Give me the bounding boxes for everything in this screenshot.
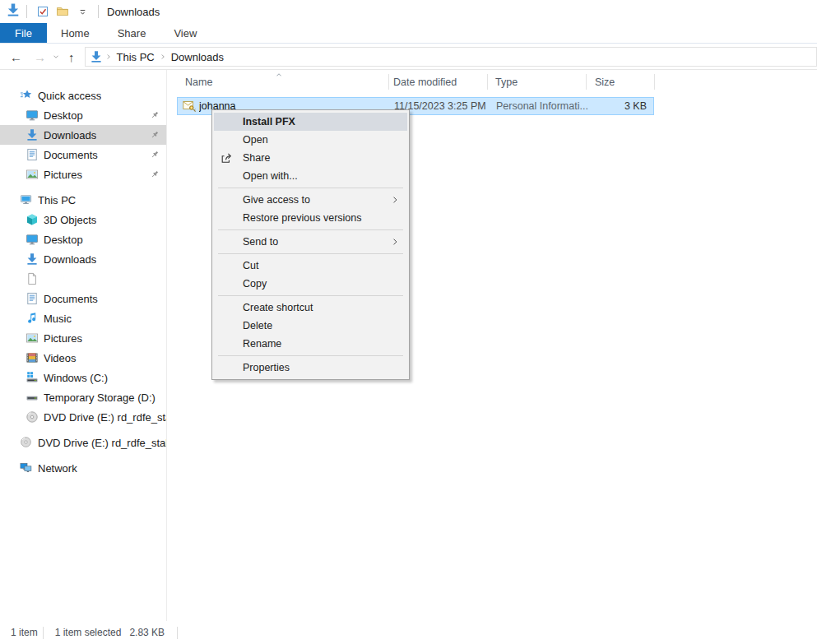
sidebar-item-pictures[interactable]: Pictures xyxy=(0,328,166,348)
column-header-size[interactable]: Size xyxy=(586,70,654,94)
sidebar-item-desktop[interactable]: Desktop xyxy=(0,105,166,125)
sidebar-item-quick-access[interactable]: Quick access xyxy=(0,86,166,105)
new-folder-icon xyxy=(56,5,69,18)
context-menu-item-delete[interactable]: Delete xyxy=(214,317,407,335)
share-icon xyxy=(220,151,233,164)
desktop-icon xyxy=(26,109,39,122)
navigation-pane: Quick accessDesktopDownloadsDocumentsPic… xyxy=(0,70,167,621)
sidebar-item-label: DVD Drive (E:) rd_rdfe_stable xyxy=(44,411,166,424)
sidebar-item-this-pc[interactable]: This PC xyxy=(0,190,166,210)
documents-icon xyxy=(26,148,39,161)
column-header-name[interactable]: Name xyxy=(179,70,388,94)
sidebar-item-downloads[interactable]: Downloads xyxy=(0,249,166,269)
tab-home[interactable]: Home xyxy=(47,23,104,43)
context-menu: Install PFXOpenShareOpen with...Give acc… xyxy=(211,109,410,380)
forward-button[interactable]: → xyxy=(34,51,46,63)
column-header-type[interactable]: Type xyxy=(487,70,586,94)
sidebar-item-label: Pictures xyxy=(44,169,82,181)
column-separator[interactable] xyxy=(487,74,488,90)
menu-item-label: Create shortcut xyxy=(243,302,313,313)
sidebar-item-dvd-drive-e-rd-rdfe-stable-t[interactable]: DVD Drive (E:) rd_rdfe_stable.T xyxy=(0,433,166,452)
sidebar-item-documents[interactable]: Documents xyxy=(0,289,166,308)
videos-icon xyxy=(26,351,39,364)
context-menu-item-send-to[interactable]: Send to xyxy=(214,233,407,251)
sidebar-item-documents[interactable]: Documents xyxy=(0,145,166,164)
music-icon xyxy=(26,312,39,325)
drive-icon xyxy=(26,391,39,404)
breadcrumb-chevron-icon[interactable] xyxy=(159,49,167,64)
status-selected-size: 2.83 KB xyxy=(129,627,165,638)
recent-locations-chevron-icon[interactable] xyxy=(52,49,60,64)
file-type-cell: Personal Informati... xyxy=(496,100,604,112)
sidebar-item-music[interactable]: Music xyxy=(0,308,166,328)
sidebar-item-network[interactable]: Network xyxy=(0,458,166,478)
this-pc-icon xyxy=(20,193,33,206)
back-button[interactable]: ← xyxy=(10,51,22,63)
tab-view[interactable]: View xyxy=(160,23,211,43)
certificate-file-icon xyxy=(183,100,196,113)
status-bar: 1 item 1 item selected 2.83 KB xyxy=(0,621,817,644)
tab-share[interactable]: Share xyxy=(104,23,160,43)
confirm-check-icon[interactable] xyxy=(35,3,51,20)
pin-icon xyxy=(150,130,160,140)
column-separator[interactable] xyxy=(654,74,655,90)
context-menu-item-open-with[interactable]: Open with... xyxy=(214,167,407,185)
context-menu-item-give-access-to[interactable]: Give access to xyxy=(214,191,407,209)
customize-icon xyxy=(77,7,88,17)
submenu-arrow-icon xyxy=(390,237,400,247)
menu-item-label: Share xyxy=(243,152,270,164)
breadcrumb-chevron-icon[interactable] xyxy=(104,49,113,64)
column-separator[interactable] xyxy=(586,74,587,90)
status-selected-count: 1 item selected xyxy=(55,627,122,638)
breadcrumb-chevron-icon xyxy=(159,53,167,61)
downloads-app-icon xyxy=(6,2,21,17)
sidebar-item-blank[interactable] xyxy=(0,269,166,289)
menu-item-label: Delete xyxy=(243,320,272,331)
sidebar-item-videos[interactable]: Videos xyxy=(0,348,166,368)
up-button[interactable]: ↑ xyxy=(68,51,75,63)
context-menu-item-rename[interactable]: Rename xyxy=(214,335,407,353)
menu-item-label: Open xyxy=(243,134,268,146)
context-menu-item-share[interactable]: Share xyxy=(214,149,407,167)
column-separator[interactable] xyxy=(388,74,389,90)
context-menu-item-copy[interactable]: Copy xyxy=(214,275,407,293)
address-bar[interactable]: This PCDownloads xyxy=(85,47,817,67)
context-menu-item-cut[interactable]: Cut xyxy=(214,257,407,275)
column-header-row: NameDate modifiedTypeSize xyxy=(167,70,817,94)
status-separator xyxy=(177,627,178,639)
column-header-date-modified[interactable]: Date modified xyxy=(388,70,487,94)
navigation-bar: ← → ↑ This PCDownloads xyxy=(0,44,817,70)
customize-quick-access-icon[interactable] xyxy=(74,3,91,20)
new-folder-icon[interactable] xyxy=(54,3,71,20)
menu-item-label: Copy xyxy=(243,278,267,290)
tab-file[interactable]: File xyxy=(0,23,47,43)
pin-icon xyxy=(150,169,160,179)
sidebar-item-windows-c[interactable]: Windows (C:) xyxy=(0,368,166,387)
sidebar-item-desktop[interactable]: Desktop xyxy=(0,229,166,249)
cube-icon xyxy=(26,213,39,226)
menu-item-label: Give access to xyxy=(243,194,310,206)
blank-file-icon xyxy=(26,272,39,285)
context-menu-item-install-pfx[interactable]: Install PFX xyxy=(214,113,407,131)
title-bar: Downloads xyxy=(0,0,817,23)
sidebar-item-dvd-drive-e-rd-rdfe-stable[interactable]: DVD Drive (E:) rd_rdfe_stable xyxy=(0,407,166,427)
pin-icon xyxy=(150,150,160,160)
context-menu-item-restore-previous-versions[interactable]: Restore previous versions xyxy=(214,209,407,227)
menu-separator xyxy=(218,253,403,254)
sidebar-item-label: Documents xyxy=(44,293,98,305)
sidebar-item-3d-objects[interactable]: 3D Objects xyxy=(0,210,166,229)
status-separator xyxy=(43,627,44,639)
context-menu-item-create-shortcut[interactable]: Create shortcut xyxy=(214,299,407,317)
sidebar-item-downloads[interactable]: Downloads xyxy=(0,125,166,145)
sidebar-item-label: Documents xyxy=(44,149,98,161)
menu-item-label: Open with... xyxy=(243,170,298,182)
context-menu-item-open[interactable]: Open xyxy=(214,131,407,149)
sidebar-item-label: Downloads xyxy=(44,129,96,141)
breadcrumb-downloads[interactable]: Downloads xyxy=(169,51,226,63)
menu-separator xyxy=(218,229,403,230)
context-menu-item-properties[interactable]: Properties xyxy=(214,359,407,377)
sidebar-item-pictures[interactable]: Pictures xyxy=(0,164,166,184)
menu-item-label: Send to xyxy=(243,236,278,248)
breadcrumb-this-pc[interactable]: This PC xyxy=(114,51,157,63)
sidebar-item-temporary-storage-d[interactable]: Temporary Storage (D:) xyxy=(0,387,166,407)
